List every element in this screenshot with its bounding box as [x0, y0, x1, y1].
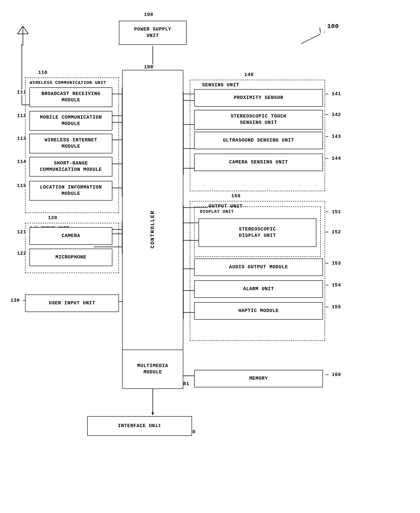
ref-151: — 151	[326, 209, 341, 215]
memory-box: MEMORY	[194, 370, 323, 387]
microphone-box: MICROPHONE	[30, 249, 112, 266]
stereo-touch-label: STEREOSCOPIC TOUCHSENSING UNIT	[231, 113, 286, 126]
camera-sensing-box: CAMERA SENSING UNIT	[194, 154, 323, 171]
controller-box: CONTROLLER	[122, 70, 183, 389]
svg-line-46	[23, 26, 28, 34]
short-range-label: SHORT-RANGECOMMUNICATION MODULE	[40, 160, 102, 173]
memory-label: MEMORY	[249, 376, 268, 382]
ref-150: 150	[231, 193, 241, 199]
controller-label: CONTROLLER	[149, 210, 156, 249]
ref-155: — 155	[326, 304, 341, 310]
multimedia-box: MULTIMEDIAMODULE	[122, 350, 183, 389]
power-supply-label: POWER SUPPLYUNIT	[134, 26, 171, 39]
diagram-container: 100 / 190 POWER SUPPLYUNIT 180 CONTROLLE…	[0, 0, 420, 513]
haptic-label: HAPTIC MODULE	[239, 308, 279, 314]
ref-152: — 152	[326, 229, 341, 235]
svg-line-45	[17, 26, 23, 34]
ultrasound-label: ULTRASOUND SENSING UNIT	[223, 137, 294, 144]
audio-output-label: AUDIO OUTPUT MODULE	[229, 264, 288, 271]
antenna-symbol	[14, 22, 32, 49]
audio-output-box: AUDIO OUTPUT MODULE	[194, 258, 323, 276]
microphone-label: MICROPHONE	[55, 254, 86, 261]
ref-190: 190	[144, 12, 153, 17]
haptic-box: HAPTIC MODULE	[194, 302, 323, 320]
camera-label: CAMERA	[61, 233, 80, 239]
ref-180: 180	[144, 64, 153, 70]
mobile-comm-label: MOBILE COMMUNICATIONMODULE	[40, 115, 102, 127]
short-range-box: SHORT-RANGECOMMUNICATION MODULE	[30, 157, 112, 177]
camera-sensing-label: CAMERA SENSING UNIT	[229, 159, 288, 166]
ref-160: — 160	[326, 372, 341, 378]
location-info-box: LOCATION INFORMATIONMODULE	[30, 181, 112, 201]
alarm-box: ALARM UNIT	[194, 280, 323, 298]
mobile-comm-box: MOBILE COMMUNICATIONMODULE	[30, 111, 112, 131]
display-unit-label: DISPLAY UNIT	[199, 209, 235, 214]
sensing-unit-label: SENSING UNIT	[201, 82, 240, 88]
ref-142: — 142	[326, 112, 341, 117]
user-input-label: USER INPUT UNIT	[49, 300, 95, 307]
stereo-display-label: STEREOSCOPICDISPLAY UNIT	[239, 226, 276, 239]
proximity-box: PROXIMITY SENSOR	[194, 89, 323, 107]
ref-144: — 144	[326, 156, 341, 161]
broadcast-label: BROADCAST RECEIVINGMODULE	[41, 91, 100, 103]
wireless-internet-label: WIRELESS INTERNETMODULE	[45, 137, 97, 150]
proximity-label: PROXIMITY SENSOR	[234, 95, 283, 101]
ref-154: — 154	[326, 282, 341, 288]
wireless-internet-box: WIRELESS INTERNETMODULE	[30, 134, 112, 153]
location-info-label: LOCATION INFORMATIONMODULE	[40, 184, 102, 197]
ref-100: 100	[327, 23, 339, 30]
power-supply-box: POWER SUPPLYUNIT	[119, 21, 187, 45]
interface-box: INTERFACE UNit	[87, 416, 192, 436]
ref-130: 130 —	[10, 298, 26, 303]
stereo-touch-box: STEREOSCOPIC TOUCHSENSING UNIT	[194, 110, 323, 130]
ref-120: 120	[48, 215, 57, 221]
ref-141: — 141	[326, 91, 341, 97]
user-input-box: USER INPUT UNIT	[25, 295, 119, 312]
ref-143: — 143	[326, 134, 341, 140]
multimedia-label: MULTIMEDIAMODULE	[137, 363, 168, 375]
alarm-label: ALARM UNIT	[243, 286, 274, 292]
interface-label: INTERFACE UNit	[118, 423, 161, 429]
broadcast-box: BROADCAST RECEIVINGMODULE	[30, 87, 112, 107]
camera-box: CAMERA	[30, 227, 112, 245]
svg-marker-39	[151, 412, 154, 415]
wireless-comm-label: WIRELESS COMMUNICATION UNIT	[29, 80, 107, 85]
stereo-display-box: STEREOSCOPICDISPLAY UNIT	[199, 218, 316, 247]
antenna-icon	[14, 22, 32, 48]
ref-100-slash: /	[317, 27, 324, 35]
ref-153: — 153	[326, 261, 341, 266]
ultrasound-box: ULTRASOUND SENSING UNIT	[194, 132, 323, 149]
ref-110: 110	[38, 70, 48, 75]
ref-140: 140	[244, 72, 254, 78]
